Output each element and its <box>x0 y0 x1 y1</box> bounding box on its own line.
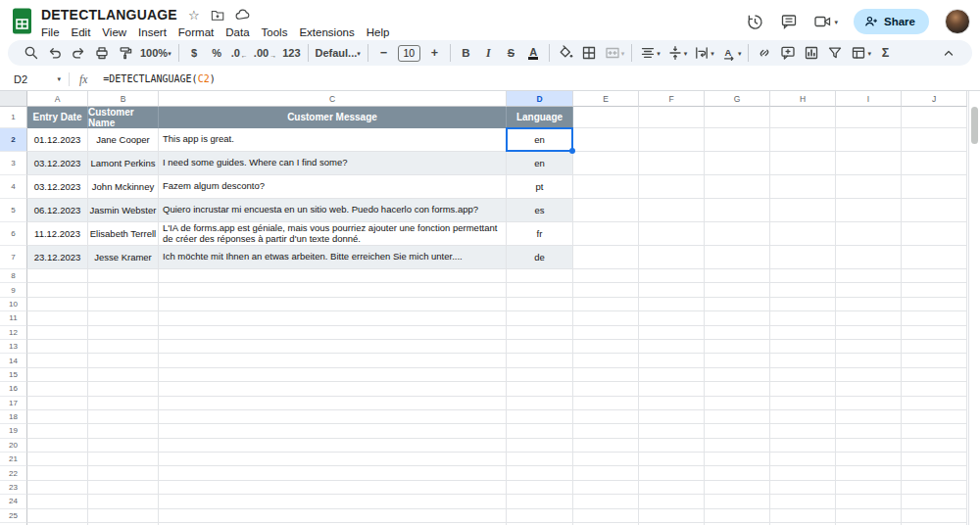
row-header-23[interactable]: 23 <box>0 481 27 495</box>
cell-H17[interactable] <box>770 397 836 410</box>
cell-H20[interactable] <box>770 439 836 453</box>
cell-G23[interactable] <box>705 481 770 495</box>
cell-I13[interactable] <box>836 340 902 354</box>
cell-F20[interactable] <box>639 439 705 453</box>
cell-B2[interactable]: Jane Cooper <box>88 128 159 152</box>
cell-A25[interactable] <box>27 509 88 523</box>
cell-A4[interactable]: 03.12.2023 <box>27 175 88 199</box>
cell-I9[interactable] <box>836 283 902 297</box>
cell-H9[interactable] <box>770 283 836 297</box>
cell-J7[interactable] <box>902 246 967 269</box>
cell-D15[interactable] <box>507 368 573 382</box>
cell-D14[interactable] <box>507 354 573 367</box>
cell-D1[interactable]: Language <box>507 107 573 128</box>
merge-cells-icon[interactable]: ▾ <box>601 42 628 64</box>
cell-H12[interactable] <box>770 326 836 340</box>
cell-A11[interactable] <box>27 311 88 325</box>
cell-B11[interactable] <box>88 311 159 325</box>
cell-C14[interactable] <box>159 354 507 367</box>
cell-F23[interactable] <box>639 481 705 495</box>
cell-I22[interactable] <box>836 466 902 480</box>
cell-I18[interactable] <box>836 410 902 424</box>
cell-A18[interactable] <box>27 410 88 424</box>
cell-D8[interactable] <box>507 269 573 283</box>
menu-item-edit[interactable]: Edit <box>66 25 97 39</box>
cell-D25[interactable] <box>507 509 573 523</box>
cell-B5[interactable]: Jasmin Webster <box>88 199 159 222</box>
cell-F5[interactable] <box>639 199 705 222</box>
paint-format-icon[interactable] <box>114 42 137 64</box>
font-select-button[interactable]: Defaul...▾ <box>313 42 364 64</box>
cell-J17[interactable] <box>902 397 967 410</box>
row-header-3[interactable]: 3 <box>0 152 27 175</box>
cell-E14[interactable] <box>573 354 639 367</box>
cell-I8[interactable] <box>836 269 902 283</box>
cell-G1[interactable] <box>705 107 770 128</box>
cell-I14[interactable] <box>836 354 902 367</box>
row-header-25[interactable]: 25 <box>0 509 27 523</box>
cell-D16[interactable] <box>507 382 573 396</box>
cell-G17[interactable] <box>705 397 770 410</box>
cell-A22[interactable] <box>27 466 88 480</box>
user-avatar[interactable] <box>945 9 970 34</box>
print-icon[interactable] <box>90 42 114 64</box>
move-to-folder-icon[interactable] <box>211 9 224 22</box>
chevron-down-icon[interactable]: ▾ <box>867 50 871 57</box>
cell-E2[interactable] <box>573 128 639 152</box>
cell-A1[interactable]: Entry Date <box>27 107 88 128</box>
redo-icon[interactable] <box>67 42 90 64</box>
cell-J22[interactable] <box>902 466 967 480</box>
cell-J3[interactable] <box>902 152 967 175</box>
cell-H23[interactable] <box>770 481 836 495</box>
cell-B10[interactable] <box>88 298 159 311</box>
row-header-20[interactable]: 20 <box>0 439 27 453</box>
create-filter-icon[interactable] <box>823 42 847 64</box>
cell-B23[interactable] <box>88 481 159 495</box>
cell-G4[interactable] <box>705 175 770 199</box>
version-history-icon[interactable] <box>746 13 764 31</box>
cell-H6[interactable] <box>770 222 836 246</box>
cell-A2[interactable]: 01.12.2023 <box>27 128 88 152</box>
column-header-F[interactable]: F <box>639 91 705 107</box>
cell-G10[interactable] <box>705 298 770 311</box>
cell-H11[interactable] <box>770 311 836 325</box>
cell-G11[interactable] <box>705 311 770 325</box>
row-header-11[interactable]: 11 <box>0 311 27 325</box>
cell-H10[interactable] <box>770 298 836 311</box>
cell-H2[interactable] <box>770 128 836 152</box>
cell-G16[interactable] <box>705 382 770 396</box>
cell-F3[interactable] <box>639 152 705 175</box>
cell-G21[interactable] <box>705 453 770 466</box>
cell-J16[interactable] <box>902 382 967 396</box>
cell-C7[interactable]: Ich möchte mit Ihnen an etwas arbeiten. … <box>159 246 507 269</box>
cell-G20[interactable] <box>705 439 770 453</box>
cell-J10[interactable] <box>902 298 967 311</box>
cell-H18[interactable] <box>770 410 836 424</box>
cell-B20[interactable] <box>88 439 159 453</box>
undo-icon[interactable] <box>43 42 67 64</box>
insert-link-icon[interactable] <box>753 42 776 64</box>
cell-E1[interactable] <box>573 107 639 128</box>
cell-B4[interactable]: John Mckinney <box>88 175 159 199</box>
cell-H5[interactable] <box>770 199 836 222</box>
row-header-24[interactable]: 24 <box>0 495 27 508</box>
column-header-H[interactable]: H <box>770 91 836 107</box>
cell-B22[interactable] <box>88 466 159 480</box>
cell-E3[interactable] <box>573 152 639 175</box>
cell-B19[interactable] <box>88 424 159 438</box>
cell-F18[interactable] <box>639 410 705 424</box>
cell-I19[interactable] <box>836 424 902 438</box>
row-header-1[interactable]: 1 <box>0 107 27 128</box>
functions-button[interactable]: Σ <box>874 42 897 64</box>
column-header-E[interactable]: E <box>573 91 639 107</box>
cell-A7[interactable]: 23.12.2023 <box>27 246 88 269</box>
chevron-down-icon[interactable]: ▾ <box>357 50 361 57</box>
cell-A14[interactable] <box>27 354 88 367</box>
cell-A21[interactable] <box>27 453 88 466</box>
cell-F17[interactable] <box>639 397 705 410</box>
cell-B16[interactable] <box>88 382 159 396</box>
cell-H25[interactable] <box>770 509 836 523</box>
row-header-9[interactable]: 9 <box>0 283 27 297</box>
cell-H19[interactable] <box>770 424 836 438</box>
cell-J5[interactable] <box>902 199 967 222</box>
